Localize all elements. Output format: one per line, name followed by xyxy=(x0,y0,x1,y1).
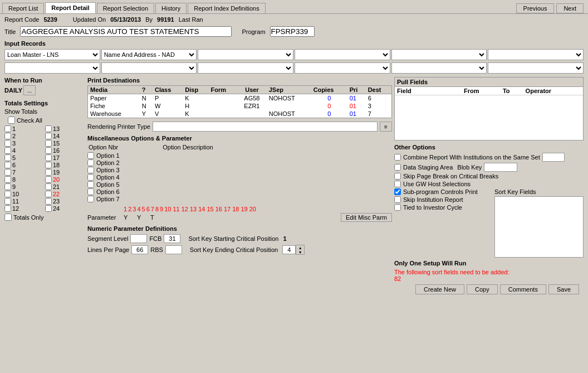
when-to-run-button[interactable]: ... xyxy=(23,85,36,95)
pull-fields-title: Pull Fields xyxy=(395,77,583,87)
rendering-printer-input[interactable] xyxy=(153,122,378,132)
dropdown-row2-1[interactable] xyxy=(4,62,100,74)
tab-history[interactable]: History xyxy=(155,3,187,13)
dropdown-row2-4[interactable] xyxy=(295,62,390,74)
rbs-input[interactable] xyxy=(165,245,182,254)
total-item-21: 21 xyxy=(45,183,85,190)
spin-up-button[interactable]: ▲ xyxy=(296,245,304,250)
next-button[interactable]: Next xyxy=(556,3,584,13)
col-pri: Pri xyxy=(347,86,366,94)
param-num-1: 1 xyxy=(124,206,127,212)
tab-report-list[interactable]: Report List xyxy=(2,3,44,13)
option7-label: Option 7 xyxy=(96,196,120,202)
option3-checkbox[interactable] xyxy=(87,167,94,173)
totals-title: Totals Settings xyxy=(4,100,85,106)
param-num-8: 8 xyxy=(155,206,159,212)
misc-options: Miscellaneous Options & Parameter Option… xyxy=(87,135,392,222)
totals-only-checkbox[interactable] xyxy=(4,214,12,221)
title-input[interactable] xyxy=(20,26,232,37)
main-content: When to Run DAILY ... Totals Settings Sh… xyxy=(0,75,588,299)
table-row: Warehouse Y V K NOHOST 0 01 7 xyxy=(88,110,391,118)
dropdown-row2-6[interactable] xyxy=(488,62,584,74)
param-num-3: 3 xyxy=(133,206,136,212)
rendering-printer-icon-button[interactable]: ≡ xyxy=(380,122,392,132)
option1-checkbox[interactable] xyxy=(87,152,94,159)
dropdown-row2-2[interactable] xyxy=(101,62,197,74)
option-row-1: Option 1 xyxy=(87,152,392,159)
save-button[interactable]: Save xyxy=(548,284,579,294)
param-num-11: 11 xyxy=(173,206,179,212)
main-window: Report List Report Detail Report Selecti… xyxy=(0,0,588,373)
program-label: Program xyxy=(242,28,265,35)
sort-key-end-spinner[interactable]: ▲ ▼ xyxy=(296,245,305,255)
option2-checkbox[interactable] xyxy=(87,159,94,166)
dropdown-row2-5[interactable] xyxy=(391,62,487,74)
numeric-row2: Lines Per Page RBS Sort Key Ending Criti… xyxy=(87,245,392,255)
pull-col-to: To xyxy=(501,87,523,95)
dropdown-loan-master[interactable]: Loan Master - LNS xyxy=(4,49,100,60)
misc-col2: Option Description xyxy=(163,144,213,151)
param-num-10: 10 xyxy=(164,206,171,212)
create-new-button[interactable]: Create New xyxy=(415,284,464,294)
total-item-20: 20 xyxy=(45,176,85,183)
program-input[interactable] xyxy=(270,26,315,37)
tab-report-index[interactable]: Report Index Definitions xyxy=(188,3,265,13)
by-value: 99191 xyxy=(157,16,174,23)
param-values-row: Parameter Y Y T Edit Misc Parm xyxy=(87,213,392,222)
copy-button[interactable]: Copy xyxy=(467,284,498,294)
tab-report-selection[interactable]: Report Selection xyxy=(97,3,154,13)
dropdown-row1-5[interactable] xyxy=(391,49,487,60)
combine-report-input[interactable] xyxy=(542,153,565,162)
dropdown-row1-3[interactable] xyxy=(198,49,293,60)
option7-checkbox[interactable] xyxy=(87,196,94,202)
skip-institution-checkbox[interactable] xyxy=(394,196,401,203)
previous-button[interactable]: Previous xyxy=(516,3,555,13)
param-numbers-row: 1 2 3 4 5 6 7 8 9 10 11 12 13 14 xyxy=(87,206,392,212)
option-row-3: Option 3 xyxy=(87,167,392,173)
misc-col1: Option Nbr xyxy=(89,144,118,151)
edit-misc-parm-button[interactable]: Edit Misc Parm xyxy=(341,213,392,222)
segment-level-input[interactable] xyxy=(130,234,147,243)
fcb-input[interactable] xyxy=(164,234,180,243)
option2-label: Option 2 xyxy=(96,159,120,166)
gw-host-checkbox[interactable] xyxy=(394,181,401,187)
title-label: Title xyxy=(4,28,16,35)
lines-per-page-input[interactable] xyxy=(131,245,148,254)
table-row: Paper N P K AG58 NOHOST 0 01 6 xyxy=(88,94,391,103)
total-item-8: 8 xyxy=(4,176,45,183)
sort-key-end-input[interactable] xyxy=(282,245,296,254)
dropdown-name-address[interactable]: Name And Address - NAD xyxy=(101,49,197,60)
param-num-17: 17 xyxy=(224,206,231,212)
report-code-value: 5239 xyxy=(43,16,57,23)
left-panel: When to Run DAILY ... Totals Settings Sh… xyxy=(4,77,85,297)
skip-page-checkbox[interactable] xyxy=(394,173,401,180)
option6-checkbox[interactable] xyxy=(87,188,94,195)
spin-down-button[interactable]: ▼ xyxy=(296,250,304,254)
combine-report-checkbox[interactable] xyxy=(394,154,401,161)
fcb-label: FCB xyxy=(149,235,161,242)
col-media: Media xyxy=(88,86,140,94)
check-all-row: Check All xyxy=(8,117,85,124)
other-options-section: Other Options Combine Report With Instit… xyxy=(394,144,584,282)
dropdown-row1-6[interactable] xyxy=(488,49,584,60)
dropdown-row1-4[interactable] xyxy=(295,49,390,60)
params-section: 1 2 3 4 5 6 7 8 9 10 11 12 13 14 xyxy=(87,206,392,222)
param-val-1: Y xyxy=(124,214,129,221)
option5-checkbox[interactable] xyxy=(87,181,94,188)
tab-report-detail[interactable]: Report Detail xyxy=(45,2,95,13)
dropdown-row2-3[interactable] xyxy=(198,62,293,74)
data-staging-checkbox[interactable] xyxy=(394,164,401,171)
comments-button[interactable]: Comments xyxy=(500,284,546,294)
subprogram-checkbox[interactable] xyxy=(394,188,401,195)
pull-col-field: Field xyxy=(395,87,462,95)
skip-institution-label: Skip Institution Report xyxy=(403,196,463,203)
only-one-label: Only One Setup Will Run xyxy=(394,260,584,267)
blob-key-input[interactable] xyxy=(484,163,517,172)
option4-checkbox[interactable] xyxy=(87,174,94,181)
report-code-label: Report Code xyxy=(4,16,39,23)
subprogram-label: Sub-program Controls Print xyxy=(403,188,478,195)
total-item-24: 24 xyxy=(45,205,85,212)
data-staging-label: Data Staging Area xyxy=(403,164,453,171)
investor-cycle-checkbox[interactable] xyxy=(394,204,401,211)
check-all-checkbox[interactable] xyxy=(8,117,15,124)
